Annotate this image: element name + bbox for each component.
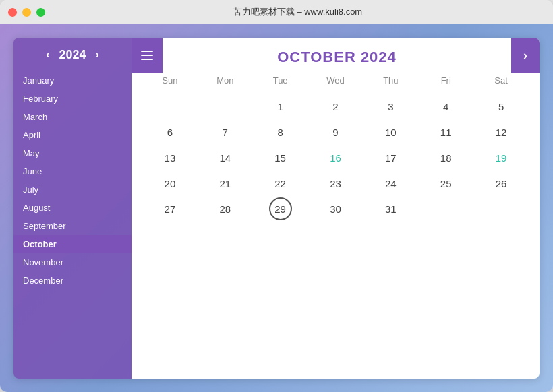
- day-cell[interactable]: 12: [493, 120, 510, 145]
- day-wrapper: 8: [253, 119, 308, 145]
- sidebar-month-august[interactable]: August: [13, 199, 132, 217]
- day-wrapper: 16: [308, 145, 363, 170]
- days-grid: 1234567891011121314151617181920212223242…: [142, 94, 529, 222]
- calendar-grid: SunMonTueWedThuFriSat 123456789101112131…: [132, 73, 540, 379]
- day-cell[interactable]: 19: [493, 145, 510, 170]
- day-wrapper: 29: [253, 196, 308, 222]
- sidebar-month-april[interactable]: April: [13, 126, 132, 144]
- day-wrapper: 24: [363, 170, 418, 196]
- sidebar-month-march[interactable]: March: [13, 108, 132, 126]
- sidebar-month-june[interactable]: June: [13, 162, 132, 181]
- day-wrapper: 3: [363, 94, 418, 119]
- day-wrapper: 19: [473, 145, 529, 170]
- sidebar-month-january[interactable]: January: [13, 71, 132, 90]
- day-wrapper: 6: [142, 119, 198, 145]
- menu-button[interactable]: [132, 38, 163, 73]
- day-cell[interactable]: 24: [382, 171, 399, 196]
- day-wrapper: 15: [253, 145, 308, 170]
- calendar-header: OCTOBER 2024 ›: [132, 38, 540, 73]
- dow-sat: Sat: [473, 73, 529, 91]
- day-cell[interactable]: 3: [385, 94, 396, 119]
- day-wrapper: 23: [308, 170, 363, 196]
- day-cell[interactable]: 30: [327, 197, 344, 222]
- day-cell[interactable]: 28: [216, 197, 233, 222]
- minimize-button[interactable]: [22, 8, 31, 17]
- day-wrapper: 27: [142, 196, 198, 222]
- dow-sun: Sun: [142, 73, 198, 91]
- day-wrapper: 17: [363, 145, 418, 170]
- day-cell[interactable]: 31: [382, 197, 399, 222]
- day-cell[interactable]: 7: [220, 120, 231, 145]
- day-cell[interactable]: 15: [272, 145, 289, 170]
- day-cell[interactable]: 5: [496, 94, 506, 119]
- sidebar-month-july[interactable]: July: [13, 181, 132, 199]
- day-wrapper: 13: [142, 145, 198, 170]
- titlebar: 苦力吧素材下载 – www.kuli8.com: [0, 0, 553, 24]
- year-nav: ‹ 2024 ›: [13, 38, 132, 71]
- next-year-button[interactable]: ›: [92, 47, 103, 62]
- day-cell[interactable]: 13: [162, 145, 179, 170]
- day-cell[interactable]: 9: [330, 120, 341, 145]
- close-button[interactable]: [8, 8, 17, 17]
- day-cell[interactable]: 20: [162, 171, 179, 196]
- day-wrapper: 7: [198, 119, 253, 145]
- day-cell[interactable]: 18: [438, 145, 455, 170]
- day-wrapper: [198, 94, 253, 119]
- day-cell[interactable]: 21: [216, 171, 233, 196]
- day-wrapper: 1: [253, 94, 308, 119]
- main-calendar: OCTOBER 2024 › SunMonTueWedThuFriSat 123…: [132, 38, 540, 379]
- window-body: ‹ 2024 › JanuaryFebruaryMarchAprilMayJun…: [0, 24, 553, 392]
- sidebar-month-october[interactable]: October: [13, 235, 132, 253]
- day-cell[interactable]: 23: [327, 171, 344, 196]
- sidebar-month-may[interactable]: May: [13, 144, 132, 162]
- app-window: 苦力吧素材下载 – www.kuli8.com ‹ 2024 › January…: [0, 0, 553, 392]
- maximize-button[interactable]: [36, 8, 45, 17]
- day-cell[interactable]: 25: [438, 171, 455, 196]
- day-cell[interactable]: 2: [330, 94, 341, 119]
- day-wrapper: 22: [253, 170, 308, 196]
- year-label: 2024: [59, 48, 86, 62]
- day-cell[interactable]: 22: [272, 171, 289, 196]
- day-wrapper: 11: [418, 119, 473, 145]
- day-cell[interactable]: 29: [269, 197, 292, 220]
- day-wrapper: [473, 196, 529, 222]
- day-wrapper: 26: [473, 170, 529, 196]
- day-cell[interactable]: 26: [493, 171, 510, 196]
- day-wrapper: 9: [308, 119, 363, 145]
- day-cell[interactable]: 6: [165, 120, 175, 145]
- sidebar-month-november[interactable]: November: [13, 253, 132, 271]
- day-wrapper: [142, 94, 198, 119]
- prev-year-button[interactable]: ‹: [42, 47, 53, 62]
- window-title: 苦力吧素材下载 – www.kuli8.com: [51, 6, 545, 18]
- menu-icon: [141, 55, 153, 56]
- day-wrapper: 4: [418, 94, 473, 119]
- days-of-week-row: SunMonTueWedThuFriSat: [142, 73, 529, 91]
- day-cell[interactable]: 4: [440, 94, 451, 119]
- menu-icon: [141, 51, 153, 52]
- day-wrapper: 2: [308, 94, 363, 119]
- day-cell[interactable]: 27: [162, 197, 179, 222]
- dow-tue: Tue: [253, 73, 308, 91]
- sidebar-month-december[interactable]: December: [13, 271, 132, 290]
- day-wrapper: 25: [418, 170, 473, 196]
- sidebar-month-february[interactable]: February: [13, 90, 132, 108]
- day-wrapper: 18: [418, 145, 473, 170]
- dow-fri: Fri: [418, 73, 473, 91]
- dow-thu: Thu: [363, 73, 418, 91]
- calendar-container: ‹ 2024 › JanuaryFebruaryMarchAprilMayJun…: [13, 38, 540, 379]
- dow-mon: Mon: [198, 73, 253, 91]
- day-cell[interactable]: 8: [274, 120, 285, 145]
- day-wrapper: 21: [198, 170, 253, 196]
- sidebar-month-september[interactable]: September: [13, 217, 132, 235]
- sidebar: ‹ 2024 › JanuaryFebruaryMarchAprilMayJun…: [13, 38, 132, 379]
- day-cell[interactable]: 17: [382, 145, 399, 170]
- day-cell[interactable]: 16: [327, 145, 344, 170]
- day-wrapper: 5: [473, 94, 529, 119]
- day-cell[interactable]: 1: [274, 94, 285, 119]
- day-cell[interactable]: 11: [438, 120, 455, 145]
- day-cell[interactable]: 10: [382, 120, 399, 145]
- day-wrapper: 14: [198, 145, 253, 170]
- day-wrapper: 28: [198, 196, 253, 222]
- next-month-button[interactable]: ›: [511, 38, 540, 73]
- day-cell[interactable]: 14: [216, 145, 233, 170]
